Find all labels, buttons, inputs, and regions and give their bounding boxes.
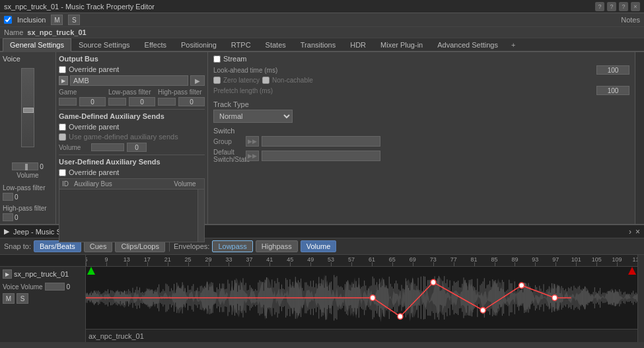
name-label: Name: [4, 28, 23, 36]
help3-icon[interactable]: ?: [619, 2, 628, 11]
env-highpass-btn[interactable]: Highpass: [256, 240, 298, 252]
tab-hdr[interactable]: HDR: [343, 38, 373, 51]
zero-latency-checkbox[interactable]: [213, 77, 221, 84]
group-icon[interactable]: ▶▶: [246, 136, 259, 147]
output-override-label: Override parent: [69, 65, 119, 73]
tab-transitions[interactable]: Transitions: [293, 38, 343, 51]
voice-label: Voice: [3, 55, 20, 63]
green-marker: [87, 267, 95, 276]
voice-slider[interactable]: [21, 68, 34, 147]
tab-add[interactable]: +: [505, 38, 521, 51]
game-aux-override-label: Override parent: [69, 123, 119, 131]
inclusion-checkbox[interactable]: [4, 16, 12, 24]
default-switch-input[interactable]: [262, 151, 380, 161]
tab-rtpc[interactable]: RTPC: [224, 38, 258, 51]
non-cachable-label: Non-cachable: [272, 77, 313, 84]
ruler-spacer: [0, 255, 85, 267]
low-pass-section: Low-pass filter 0: [3, 184, 53, 201]
highpass-col-label: High-pass filter: [158, 88, 205, 96]
output-override-checkbox[interactable]: [59, 66, 66, 73]
high-pass-knob[interactable]: [3, 213, 13, 221]
env-lowpass-btn[interactable]: Lowpass: [212, 240, 252, 252]
game-aux-vol-input[interactable]: [127, 143, 147, 152]
bus-edit-button[interactable]: ▶: [190, 75, 205, 86]
m-button[interactable]: M: [51, 15, 63, 25]
aux-id-col: ID: [62, 180, 74, 188]
group-row: Group ▶▶: [213, 136, 629, 147]
lowpass-value-input[interactable]: [129, 97, 155, 106]
use-game-aux-checkbox[interactable]: [59, 133, 66, 141]
tab-advanced-settings[interactable]: Advanced Settings: [430, 38, 505, 51]
switch-header: Switch: [213, 127, 629, 135]
game-value-input[interactable]: [79, 97, 106, 106]
track-name-row: ▶ sx_npc_truck_01: [0, 267, 85, 281]
prefetch-input[interactable]: [596, 86, 629, 95]
timeline-vscrollbar[interactable]: [637, 255, 644, 342]
game-aux-override-checkbox[interactable]: [59, 123, 66, 131]
ruler-marks: 5913172125293337414549535761656973778185…: [86, 255, 637, 266]
segment-close-icon[interactable]: ×: [635, 227, 640, 236]
game-aux-vol-slider[interactable]: [91, 143, 124, 151]
game-col-label: Game: [59, 88, 106, 96]
tab-mixer-plugin[interactable]: Mixer Plug-in: [373, 38, 430, 51]
tab-effects[interactable]: Effects: [137, 38, 174, 51]
tab-positioning[interactable]: Positioning: [174, 38, 224, 51]
default-switch-label: Default Switch/State: [213, 149, 243, 163]
s-button[interactable]: S: [68, 15, 80, 25]
right-scrollbar[interactable]: [635, 52, 644, 224]
output-bus-header: Output Bus: [59, 55, 205, 63]
volume-thumb: [25, 164, 28, 170]
highpass-slider[interactable]: [158, 98, 176, 106]
track-m-btn[interactable]: M: [3, 293, 15, 304]
low-pass-value: 0: [15, 193, 18, 201]
track-s-btn[interactable]: S: [17, 293, 28, 304]
env-volume-btn[interactable]: Volume: [301, 240, 337, 252]
segment-expand-icon[interactable]: ›: [629, 227, 631, 236]
default-switch-icon[interactable]: ▶▶: [246, 151, 259, 161]
track-type-select[interactable]: Normal Random Step Sequence Step Switch: [213, 110, 293, 123]
aux-scrollbar[interactable]: [197, 190, 204, 242]
tab-general-settings[interactable]: General Settings: [3, 38, 71, 52]
tab-source-settings[interactable]: Source Settings: [71, 38, 137, 51]
lowpass-slider[interactable]: [108, 98, 126, 106]
svg-point-406: [480, 308, 485, 313]
inclusion-label: Inclusion: [17, 16, 46, 24]
snap-label: Snap to:: [4, 242, 31, 250]
game-slider[interactable]: [59, 98, 77, 106]
zero-latency-label: Zero latency: [223, 77, 260, 84]
help-icon[interactable]: ?: [595, 2, 604, 11]
track-info: ▶ sx_npc_truck_01 Voice Volume 0 M S: [0, 267, 85, 342]
notes-label: Notes: [621, 16, 640, 24]
volume-slider[interactable]: [12, 162, 38, 170]
low-pass-knob[interactable]: [3, 193, 13, 201]
group-input[interactable]: [262, 136, 380, 147]
svg-point-408: [552, 295, 557, 300]
svg-marker-0: [87, 267, 95, 275]
look-ahead-input[interactable]: [596, 65, 629, 75]
highpass-value-input[interactable]: [178, 97, 205, 106]
help2-icon[interactable]: ?: [607, 2, 616, 11]
window-title: sx_npc_truck_01 - Music Track Property E…: [4, 3, 595, 11]
close-icon[interactable]: ×: [631, 2, 640, 11]
volume-text-label: Volume: [17, 172, 38, 179]
svg-marker-1: [628, 267, 636, 275]
low-pass-row: 0: [3, 193, 53, 201]
high-pass-section: High-pass filter 0: [3, 205, 53, 221]
look-ahead-label: Look-ahead time (ms): [213, 67, 594, 74]
filter-values-row: [59, 97, 205, 106]
lowpass-col-label: Low-pass filter: [108, 88, 155, 96]
game-aux-vol-label: Volume: [59, 144, 89, 151]
stream-checkbox[interactable]: [213, 55, 221, 63]
output-bus-panel: Output Bus Override parent ▶ AMB ▶ Game …: [56, 52, 208, 224]
ruler: 5913172125293337414549535761656973778185…: [86, 255, 637, 267]
segment-play-icon: ▶: [4, 227, 9, 236]
voice-vol-label: Voice Volume: [3, 283, 43, 291]
user-aux-override-checkbox[interactable]: [59, 169, 66, 176]
waveform-area: [86, 267, 637, 329]
prefetch-label: Prefetch length (ms): [213, 87, 594, 94]
prefetch-row: Prefetch length (ms): [213, 86, 629, 95]
user-aux-header: User-Defined Auxiliary Sends: [59, 158, 205, 166]
non-cachable-checkbox[interactable]: [262, 77, 269, 84]
tab-states[interactable]: States: [258, 38, 293, 51]
voice-vol-knob[interactable]: [45, 283, 65, 291]
